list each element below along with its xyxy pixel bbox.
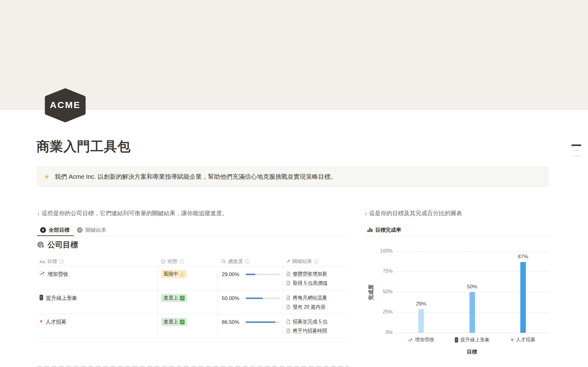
logo-text: ACME [43,100,88,110]
tab-all-goals[interactable]: ★ 全部目標 [37,224,74,236]
y-tick: 100% [365,248,393,254]
toc-line-icon [571,144,581,146]
mobile-phone-icon [40,295,43,300]
bar-group: 50% [469,251,475,333]
left-intro-text: ↓ 這些是你的公司目標，它們連結到可衡量的關鍵結果，讓你能追蹤進度。 [37,209,228,217]
table-row: ♥ 人才招募 進度上 ✓ 86.50% 招募並完成 5 [37,314,347,338]
progress-cell[interactable]: 50.00% [218,290,282,314]
column-label: 狀態 [168,258,177,265]
key-result-link[interactable]: 招募並完成 5 位 [286,317,347,326]
key-result-text: 將平均招募時間 [293,328,327,334]
callout: ★ 我們 Acme Inc. 以創新的解決方案和專業指導賦能企業，幫助他們充滿信… [37,167,548,187]
database-title[interactable]: 公司目標 [37,240,78,250]
table-header-row: Aa 目標 i 狀態 i 總進度 i ↗ 關鍵結果 i [37,257,347,266]
x-tick-label: 人才招募 [516,337,536,343]
column-header-progress[interactable]: 總進度 i [218,257,282,266]
check-icon: ✓ [180,320,185,324]
column-header-goal[interactable]: Aa 目標 i [37,257,157,266]
goal-title: 人才招募 [46,318,66,325]
check-badge-icon: ✓ [77,227,83,233]
star-badge-icon: ★ [40,227,46,233]
goal-title-cell[interactable]: 提升線上形象 [37,290,157,314]
y-tick: 25% [365,309,393,315]
column-header-status[interactable]: 狀態 i [157,257,218,266]
cover-banner [0,0,588,110]
toc-line-icon [573,155,580,156]
info-icon: i [179,259,184,264]
status-badge[interactable]: 進度上 ✓ [161,294,187,302]
key-result-link[interactable]: 整體營收增加新 [286,269,347,279]
page-icon [286,295,290,300]
bar-talent-recruiting[interactable] [520,262,526,333]
status-cell: 進度上 ✓ [157,290,218,314]
page-icon [286,305,290,309]
key-result-text: 取得 5 位高價值 [293,280,328,286]
info-icon: i [245,259,250,264]
bar-group: 29% [418,251,424,333]
chart-view-tabs: 目標完成率 [364,224,551,236]
key-results-cell: 將每月網站流量 發布 20 篇內容 [282,290,347,314]
progress-value: 86.50% [222,319,243,325]
glowing-star-icon: ★ [43,173,50,180]
goal-title: 增加營收 [47,271,68,278]
tab-label: 關鍵結果 [85,227,106,234]
page-icon [286,281,290,286]
column-header-key-results[interactable]: ↗ 關鍵結果 i [282,257,347,266]
x-axis-title: 目標 [467,348,477,355]
x-tick-label: 增加營收 [415,337,435,343]
status-badge[interactable]: 進度上 ✓ [161,318,187,326]
bar-value-label: 50% [462,284,483,290]
progress-cell[interactable]: 86.50% [218,314,282,337]
growing-heart-icon: ♥ [40,319,43,324]
toc-line-icon [573,150,580,151]
key-result-link[interactable]: 發布 20 篇內容 [286,302,347,312]
key-result-link[interactable]: 取得 5 位高價值 [286,279,347,288]
bar-chart-plot: 29% 50% 87% [396,251,548,333]
warning-icon: ⚠ [180,272,184,277]
bar-online-presence[interactable] [469,292,475,333]
text-property-icon: Aa [40,259,45,264]
status-cell: 風險中 ⚠ [157,266,218,290]
key-result-link[interactable]: 將每月網站流量 [286,293,347,302]
page-title: 商業入門工具包 [36,138,131,155]
key-results-cell: 招募並完成 5 位 將平均招募時間 [282,314,347,337]
progress-bar [246,298,280,299]
table-of-contents-indicator[interactable] [571,144,582,158]
x-tick-online-presence: 提升線上形象 [455,337,490,343]
key-result-text: 發布 20 篇內容 [293,304,326,310]
tab-label: 全部目標 [49,227,70,234]
progress-cell[interactable]: 29.00% [218,266,282,290]
status-label: 進度上 [164,319,178,325]
key-results-cell: 整體營收增加新 取得 5 位高價值 [282,266,347,290]
tab-goal-completion-chart[interactable]: 目標完成率 [364,224,405,236]
table-body: 增加營收 風險中 ⚠ 29.00% [37,266,347,338]
page-icon [286,328,290,333]
relation-arrow-icon: ↗ [286,259,290,264]
goal-title-cell[interactable]: 增加營收 [37,266,157,290]
bar-group: 87% [520,251,526,333]
page-icon [286,319,290,324]
check-icon: ✓ [180,296,185,301]
notion-page: ACME 商業入門工具包 ★ 我們 Acme Inc. 以創新的解決方案和專業指… [0,0,588,367]
goal-title-cell[interactable]: ♥ 人才招募 [37,314,157,337]
goal-title: 提升線上形象 [46,294,77,301]
bar-revenue[interactable] [418,309,424,333]
rollup-search-icon [221,259,226,264]
table-row: 增加營收 風險中 ⚠ 29.00% [37,266,347,290]
bar-chart-icon [368,228,372,232]
key-result-link[interactable]: 將平均招募時間 [286,326,347,335]
status-badge[interactable]: 風險中 ⚠ [161,270,187,278]
x-tick-revenue: 增加營收 [408,337,435,343]
growing-heart-icon: ♥ [511,337,514,343]
select-property-icon [161,259,165,264]
info-icon: i [314,259,318,264]
progress-bar [246,321,280,323]
bar-value-label: 29% [410,301,432,307]
progress-value: 50.00% [222,295,243,301]
right-intro-text: ↓ 這是你的目標及其完成百分比的圖表 [364,209,462,217]
key-result-text: 將每月網站流量 [293,295,327,301]
status-label: 進度上 [164,295,178,301]
chart-increasing-icon [408,338,413,343]
progress-value: 29.00% [222,272,243,278]
tab-key-results[interactable]: ✓ 關鍵結果 [74,224,111,236]
